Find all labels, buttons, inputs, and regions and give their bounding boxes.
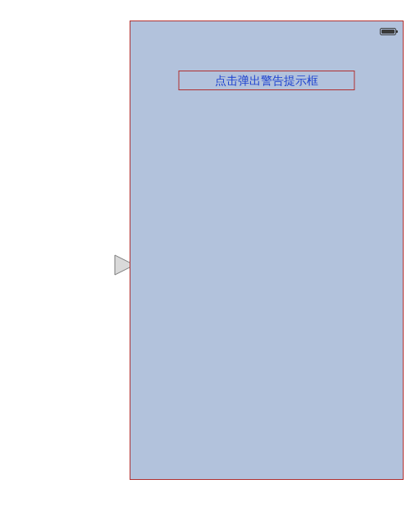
device-frame: 点击弹出警告提示框 — [130, 21, 404, 480]
pointer-arrow — [64, 253, 138, 277]
battery-icon — [380, 28, 396, 35]
status-bar — [130, 21, 403, 38]
alert-button[interactable]: 点击弹出警告提示框 — [179, 71, 355, 90]
